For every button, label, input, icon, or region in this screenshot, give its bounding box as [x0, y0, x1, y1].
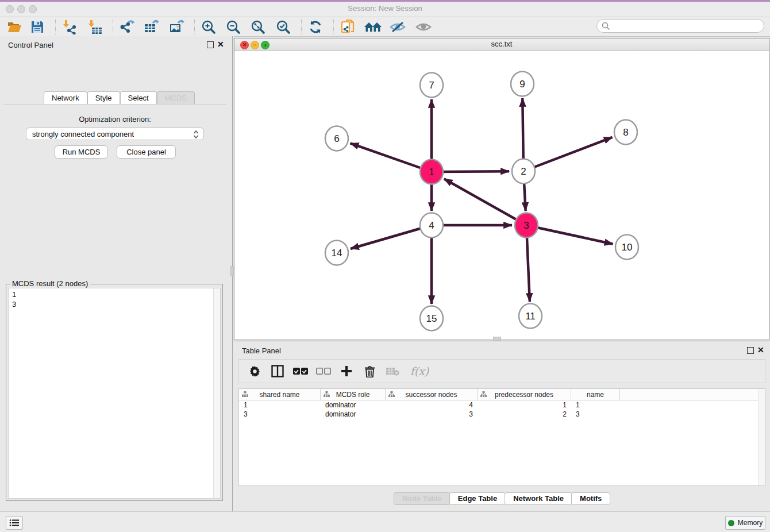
main-toolbar [0, 17, 770, 37]
tab-node-table[interactable]: Node Table [394, 492, 451, 505]
task-history-button[interactable] [6, 516, 23, 530]
network-window-titlebar[interactable]: ✕ − ＋ scc.txt [234, 38, 769, 51]
tab-network-table[interactable]: Network Table [505, 492, 572, 505]
window-minimize-button[interactable] [17, 5, 25, 13]
search-icon [602, 22, 610, 30]
cell-shared-name[interactable]: 1 [239, 400, 321, 410]
optimization-criterion-select[interactable]: strongly connected component [26, 128, 204, 140]
column-header-name[interactable]: name [571, 389, 620, 400]
graph-edge-3-1[interactable] [444, 179, 526, 225]
toolbar-separator [333, 20, 334, 34]
close-panel-button[interactable]: Close panel [117, 145, 176, 159]
mcds-result-textarea[interactable]: 1 3 [8, 288, 221, 499]
cell-name[interactable]: 1 [571, 400, 620, 410]
memory-button[interactable]: Memory [725, 516, 765, 530]
tab-network[interactable]: Network [44, 91, 87, 104]
clone-network-icon[interactable] [338, 18, 357, 36]
export-image-icon[interactable] [167, 18, 187, 36]
search-input[interactable] [610, 21, 756, 31]
zoom-selected-icon[interactable] [274, 18, 293, 36]
column-header-successor-nodes[interactable]: successor nodes [386, 389, 478, 400]
cell-successor-nodes[interactable]: 4 [386, 400, 478, 410]
column-header-predecessor-nodes[interactable]: predecessor nodes [478, 389, 571, 400]
table-row[interactable]: 3 dominator 3 2 3 [239, 410, 765, 419]
import-table-icon[interactable] [85, 18, 105, 36]
refresh-icon[interactable] [306, 18, 325, 36]
table-toolbar: f(x) [238, 359, 765, 383]
network-maximize-button[interactable]: ＋ [261, 41, 270, 49]
first-neighbors-icon[interactable] [363, 18, 383, 36]
memory-label: Memory [738, 519, 763, 527]
close-table-panel-icon[interactable]: ✕ [757, 345, 764, 354]
float-panel-icon[interactable] [207, 41, 214, 48]
window-zoom-button[interactable] [29, 5, 37, 13]
float-table-panel-icon[interactable] [747, 347, 754, 354]
cell-successor-nodes[interactable]: 3 [386, 410, 478, 419]
network-close-button[interactable]: ✕ [240, 41, 249, 49]
run-mcds-button[interactable]: Run MCDS [55, 145, 108, 159]
graph-node-label-10: 10 [622, 242, 633, 253]
table-panel: Table Panel ✕ f(x) shared [234, 342, 770, 511]
tab-select[interactable]: Select [120, 91, 157, 104]
graph-node-label-15: 15 [426, 313, 437, 324]
show-all-icon[interactable] [414, 18, 433, 36]
select-all-checked-icon[interactable] [293, 364, 308, 379]
graph-node-label-3: 3 [523, 220, 529, 231]
add-column-icon[interactable] [339, 364, 354, 379]
graph-edge-3-10[interactable] [526, 225, 613, 244]
select-none-icon[interactable] [316, 364, 331, 379]
network-minimize-button[interactable]: − [251, 41, 259, 49]
graph-node-label-4: 4 [429, 220, 434, 231]
graph-edge-4-14[interactable] [351, 225, 432, 249]
tab-mcds[interactable]: MCDS [157, 91, 195, 104]
tab-edge-table[interactable]: Edge Table [449, 492, 506, 505]
import-network-icon[interactable] [60, 18, 79, 36]
cell-predecessor-nodes[interactable]: 2 [478, 410, 571, 419]
graph-edge-2-8[interactable] [523, 137, 613, 171]
panel-splitter[interactable] [230, 36, 234, 511]
chevron-up-down-icon [193, 130, 199, 141]
column-header-shared-name[interactable]: shared name [239, 389, 321, 400]
table-scrollbar[interactable] [758, 389, 765, 485]
network-canvas[interactable]: 7968124314101511 [234, 51, 769, 340]
shared-column-icon [388, 391, 395, 399]
shared-column-icon [242, 391, 248, 399]
gear-icon[interactable] [247, 364, 262, 379]
toolbar-separator [301, 20, 302, 34]
delete-column-icon[interactable] [362, 364, 377, 379]
control-panel-tabs: NetworkStyleSelectMCDS [44, 91, 195, 105]
close-panel-icon[interactable]: ✕ [217, 40, 224, 49]
cell-mcds-role[interactable]: dominator [321, 400, 386, 410]
horizontal-splitter-grip[interactable] [493, 337, 501, 341]
zoom-fit-icon[interactable] [248, 18, 268, 36]
table-row[interactable]: 1 dominator 4 1 1 [239, 400, 765, 410]
cell-mcds-role[interactable]: dominator [321, 410, 386, 419]
mcds-result-title: MCDS result (2 nodes) [10, 279, 90, 288]
status-bar: Memory [0, 511, 770, 532]
search-box[interactable] [596, 19, 764, 33]
cell-predecessor-nodes[interactable]: 1 [478, 400, 571, 410]
cell-shared-name[interactable]: 3 [239, 410, 321, 419]
cell-name[interactable]: 3 [571, 410, 620, 419]
tab-style[interactable]: Style [87, 91, 120, 104]
toolbar-separator [113, 20, 113, 34]
zoom-in-icon[interactable] [199, 18, 218, 36]
shared-column-icon [324, 391, 330, 399]
hide-selected-icon[interactable] [388, 18, 407, 36]
graph-edges [351, 98, 613, 304]
column-layout-icon[interactable] [270, 364, 285, 379]
graph-edge-1-6[interactable] [351, 143, 432, 172]
tab-motifs[interactable]: Motifs [571, 492, 610, 505]
column-header-mcds-role[interactable]: MCDS role [321, 389, 386, 400]
open-file-icon[interactable] [5, 18, 24, 36]
graph-node-label-8: 8 [623, 127, 628, 138]
result-scrollbar[interactable] [213, 288, 220, 498]
delete-table-icon-disabled [385, 364, 400, 379]
control-panel-header: Control Panel ✕ [0, 36, 230, 53]
export-table-icon[interactable] [142, 18, 161, 36]
zoom-out-icon[interactable] [224, 18, 243, 36]
export-network-icon[interactable] [117, 18, 137, 36]
save-session-icon[interactable] [28, 18, 47, 36]
node-table[interactable]: shared name MCDS role successor nodes pr… [238, 388, 765, 486]
window-close-button[interactable] [6, 5, 14, 13]
